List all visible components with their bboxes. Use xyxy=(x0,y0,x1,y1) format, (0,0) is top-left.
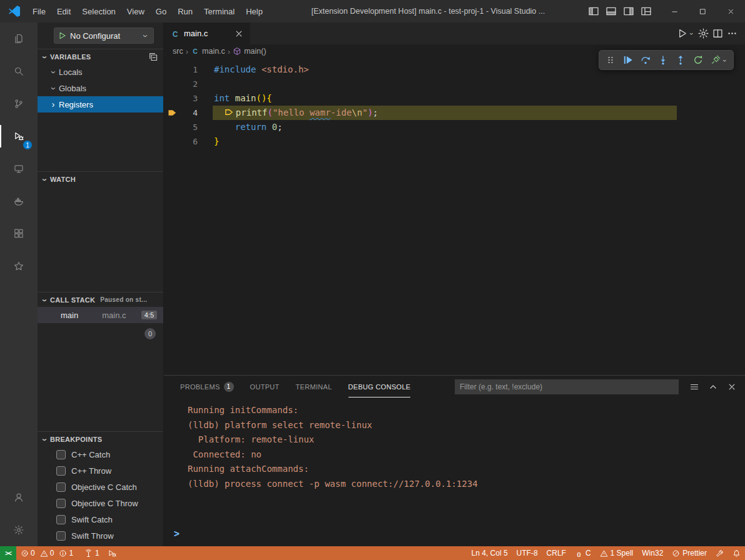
status-tools[interactable] xyxy=(711,546,728,560)
split-editor-button[interactable] xyxy=(712,27,723,41)
line-number[interactable]: 2 xyxy=(180,77,198,91)
menu-view[interactable]: View xyxy=(121,0,150,22)
menu-edit[interactable]: Edit xyxy=(51,0,76,22)
checkbox[interactable] xyxy=(56,499,66,508)
checkbox[interactable] xyxy=(56,531,66,541)
activity-search[interactable] xyxy=(0,55,38,88)
drag-handle-button[interactable] xyxy=(602,52,619,68)
collapse-all-icon[interactable] xyxy=(148,52,158,62)
code-line-5[interactable]: 5 return 0; xyxy=(164,120,745,134)
status-spell-checker[interactable]: 1 Spell xyxy=(595,546,638,560)
checkbox[interactable] xyxy=(56,482,66,492)
line-number[interactable]: 3 xyxy=(180,91,198,106)
step-over-button[interactable] xyxy=(637,52,654,68)
status-cursor-position[interactable]: Ln 4, Col 5 xyxy=(467,546,512,560)
breakpoint-swift-throw[interactable]: Swift Throw xyxy=(38,528,163,544)
console-filter-input[interactable] xyxy=(455,379,679,394)
step-out-button[interactable] xyxy=(672,52,689,68)
breakpoint-objective-c-catch[interactable]: Objective C Catch xyxy=(38,479,163,495)
menu-file[interactable]: File xyxy=(27,0,51,22)
status-language-mode[interactable]: {}C xyxy=(570,546,595,560)
step-into-button[interactable] xyxy=(654,52,671,68)
variables-item-locals[interactable]: ›Locals xyxy=(38,64,163,80)
variables-section-header[interactable]: › VARIABLES xyxy=(38,49,163,64)
panel-tab-terminal[interactable]: TERMINAL xyxy=(296,376,332,398)
more-actions-button[interactable] xyxy=(727,27,737,41)
variables-item-registers[interactable]: ›Registers xyxy=(38,96,163,112)
glyph-margin[interactable] xyxy=(164,62,180,77)
close-panel-button[interactable] xyxy=(725,380,739,394)
close-icon[interactable] xyxy=(234,29,244,39)
close-button[interactable] xyxy=(717,0,745,22)
breakpoint-c-throw[interactable]: C++ Throw xyxy=(38,462,163,479)
console-prompt[interactable]: > xyxy=(174,527,180,542)
activity-docker[interactable] xyxy=(0,185,38,218)
menu-selection[interactable]: Selection xyxy=(76,0,121,22)
panel-tab-problems[interactable]: PROBLEMS1 xyxy=(180,376,234,398)
remote-indicator[interactable]: >< xyxy=(0,546,16,560)
debug-console[interactable]: Running initCommands:(lldb) platform sel… xyxy=(164,398,745,546)
code-line-6[interactable]: 6} xyxy=(164,134,745,149)
glyph-margin[interactable] xyxy=(164,91,180,106)
settings-gear-button[interactable] xyxy=(698,27,709,41)
status-encoding[interactable]: UTF-8 xyxy=(512,546,542,560)
disconnect-button[interactable]: › xyxy=(707,52,731,68)
run-menu-button[interactable]: › xyxy=(677,27,694,41)
breakpoints-section-header[interactable]: › BREAKPOINTS xyxy=(38,431,163,446)
breadcrumb-item-src[interactable]: src xyxy=(173,47,183,56)
activity-source-control[interactable] xyxy=(0,88,38,120)
activity-run-and-debug[interactable]: 1 xyxy=(0,120,38,152)
tab-main-c[interactable]: Cmain.c xyxy=(164,22,250,44)
breakpoint-c-catch[interactable]: C++ Catch xyxy=(38,446,163,462)
toggle-panel-icon[interactable] xyxy=(606,6,617,17)
call-stack-section-header[interactable]: › CALL STACK Paused on st... xyxy=(38,292,163,307)
menu-help[interactable]: Help xyxy=(240,0,268,22)
activity-wamr-ide[interactable] xyxy=(0,250,38,282)
activity-remote-explorer[interactable] xyxy=(0,152,38,185)
current-stack-frame-arrow-icon[interactable] xyxy=(164,106,180,120)
status-notifications[interactable] xyxy=(728,546,745,560)
stack-frame[interactable]: mainmain.c4:5 xyxy=(38,307,163,323)
panel-tab-debug-console[interactable]: DEBUG CONSOLE xyxy=(348,376,411,398)
menu-go[interactable]: Go xyxy=(150,0,172,22)
code-line-2[interactable]: 2 xyxy=(164,77,745,91)
maximize-panel-button[interactable] xyxy=(706,380,720,394)
line-number[interactable]: 5 xyxy=(180,120,198,134)
restart-button[interactable] xyxy=(689,52,706,68)
line-number[interactable]: 6 xyxy=(180,134,198,149)
activity-accounts[interactable] xyxy=(0,481,38,514)
panel-tab-output[interactable]: OUTPUT xyxy=(250,376,280,398)
toggle-secondary-sidebar-icon[interactable] xyxy=(623,6,634,17)
debug-config-dropdown[interactable]: No Configurat › xyxy=(54,28,154,44)
activity-extensions[interactable] xyxy=(0,218,38,250)
code-line-3[interactable]: 3int main(){ xyxy=(164,91,745,106)
breadcrumb-item-main-c[interactable]: Cmain.c xyxy=(191,47,225,56)
glyph-margin[interactable] xyxy=(164,120,180,134)
status-prettier[interactable]: Prettier xyxy=(667,546,711,560)
line-number[interactable]: 4 xyxy=(180,106,198,120)
glyph-margin[interactable] xyxy=(164,77,180,91)
activity-settings[interactable] xyxy=(0,514,38,546)
output-options-button[interactable] xyxy=(687,380,701,394)
breadcrumb-item-main[interactable]: main() xyxy=(233,47,266,56)
watch-section-header[interactable]: › WATCH xyxy=(38,171,163,186)
status-problems[interactable]: 001 xyxy=(16,546,80,560)
line-number[interactable]: 1 xyxy=(180,62,198,77)
status-debug-session[interactable] xyxy=(104,546,121,560)
status-platform[interactable]: Win32 xyxy=(637,546,667,560)
status-eol[interactable]: CRLF xyxy=(542,546,570,560)
glyph-margin[interactable] xyxy=(164,134,180,149)
checkbox[interactable] xyxy=(56,466,66,476)
customize-layout-icon[interactable] xyxy=(641,6,652,17)
checkbox[interactable] xyxy=(56,515,66,524)
breakpoint-swift-catch[interactable]: Swift Catch xyxy=(38,511,163,528)
minimize-button[interactable] xyxy=(661,0,689,22)
continue-button[interactable] xyxy=(619,52,636,68)
breakpoint-objective-c-throw[interactable]: Objective C Throw xyxy=(38,495,163,511)
menu-terminal[interactable]: Terminal xyxy=(198,0,240,22)
variables-item-globals[interactable]: ›Globals xyxy=(38,80,163,96)
checkbox[interactable] xyxy=(56,450,66,459)
code-editor[interactable]: 1#include <stdio.h>23int main(){4 printf… xyxy=(164,58,745,375)
activity-explorer[interactable] xyxy=(0,22,38,55)
toggle-primary-sidebar-icon[interactable] xyxy=(588,6,599,17)
